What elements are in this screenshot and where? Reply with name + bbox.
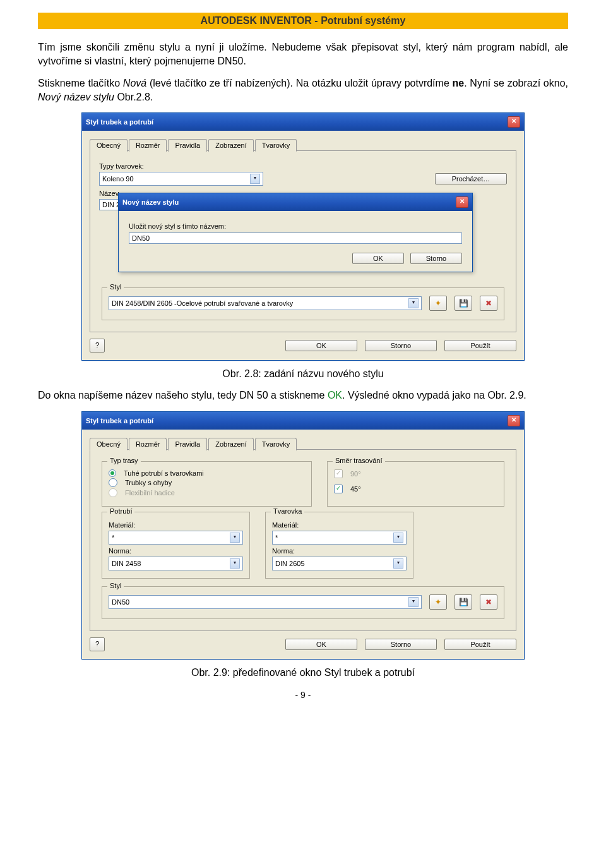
p3-text-a: Do okna napíšeme název našeho stylu, ted… bbox=[38, 390, 328, 401]
material-dropdown-1[interactable]: * ▾ bbox=[109, 531, 243, 545]
dialog-2-panel: Typ trasy Tuhé potrubí s tvarovkami Trub… bbox=[90, 449, 516, 631]
tab-pravidla[interactable]: Pravidla bbox=[168, 438, 207, 450]
checkbox-icon: ✓ bbox=[334, 485, 343, 493]
ok-button[interactable]: OK bbox=[285, 340, 357, 351]
material-label-2: Materiál: bbox=[272, 521, 407, 529]
style-value: DIN 2458/DIN 2605 -Ocelové potrubí svařo… bbox=[112, 299, 293, 307]
chevron-down-icon: ▾ bbox=[393, 533, 403, 543]
material-label-1: Materiál: bbox=[109, 521, 243, 529]
p3-text-b: . Výsledné okno vypadá jako na Obr. 2.9. bbox=[342, 390, 526, 401]
dialog-2-titlebar[interactable]: Styl trubek a potrubí ✕ bbox=[82, 412, 524, 430]
delete-style-icon[interactable]: ✖ bbox=[480, 296, 497, 311]
disk-icon: 💾 bbox=[459, 299, 468, 308]
cancel-button[interactable]: Storno bbox=[365, 639, 437, 650]
norma-dropdown-2[interactable]: DIN 2605 ▾ bbox=[272, 557, 407, 570]
radio-icon bbox=[109, 488, 117, 497]
chevron-down-icon: ▾ bbox=[230, 533, 240, 543]
checkbox-icon: ✓ bbox=[334, 469, 343, 478]
norma-label-1: Norma: bbox=[109, 547, 243, 555]
disk-icon: 💾 bbox=[459, 598, 468, 606]
style-legend-2: Styl bbox=[107, 582, 124, 589]
radio-row-1[interactable]: Tuhé potrubí s tvarovkami bbox=[109, 469, 305, 477]
norma-value-2: DIN 2605 bbox=[275, 560, 304, 567]
inner-dialog-title: Nový název stylu bbox=[122, 198, 179, 206]
radio-3-label: Flexibilní hadice bbox=[125, 489, 175, 497]
norma-value-1: DIN 2458 bbox=[112, 560, 141, 567]
types-dropdown[interactable]: Koleno 90 ▾ bbox=[99, 172, 263, 186]
check-90: ✓ 90° bbox=[334, 469, 497, 478]
smer-legend: Směr trasování bbox=[333, 457, 385, 464]
inner-name-input[interactable]: DN50 bbox=[129, 232, 462, 244]
apply-button[interactable]: Použít bbox=[444, 639, 516, 650]
sparkle-icon: ✦ bbox=[435, 598, 441, 606]
material-value-1: * bbox=[112, 534, 114, 541]
radio-icon bbox=[109, 478, 117, 487]
potrubi-legend: Potrubí bbox=[107, 507, 134, 515]
tab-rozmer[interactable]: Rozměr bbox=[129, 139, 167, 152]
radio-row-2[interactable]: Trubky s ohyby bbox=[109, 478, 305, 487]
p2-ital: Nový název stylu bbox=[38, 92, 114, 102]
style-legend: Styl bbox=[107, 283, 124, 291]
tab-zobrazeni[interactable]: Zobrazení bbox=[208, 438, 254, 450]
radio-icon bbox=[109, 469, 116, 477]
page-header-band: AUTODESK INVENTOR - Potrubní systémy bbox=[38, 13, 568, 29]
paragraph-2: Stiskneme tlačítko Nová (levé tlačítko z… bbox=[38, 76, 568, 104]
dialog-1-tabs: Obecný Rozměr Pravidla Zobrazení Tvarovk… bbox=[90, 138, 516, 151]
delete-style-icon[interactable]: ✖ bbox=[480, 594, 497, 610]
chevron-down-icon: ▾ bbox=[230, 558, 240, 569]
radio-row-3: Flexibilní hadice bbox=[109, 488, 305, 497]
material-dropdown-2[interactable]: * ▾ bbox=[272, 531, 407, 545]
tab-pravidla[interactable]: Pravidla bbox=[168, 139, 207, 152]
paragraph-1: Tím jsme skončili změnu stylu a nyní ji … bbox=[38, 40, 568, 68]
save-style-icon[interactable]: 💾 bbox=[454, 594, 472, 610]
dialog-1-titlebar[interactable]: Styl trubek a potrubí ✕ bbox=[82, 113, 524, 131]
check-45[interactable]: ✓ 45° bbox=[334, 485, 497, 493]
new-style-icon[interactable]: ✦ bbox=[429, 594, 447, 610]
radio-2-label: Trubky s ohyby bbox=[125, 479, 172, 486]
p2-ne: ne bbox=[453, 78, 465, 88]
p2-text-a: Stiskneme tlačítko bbox=[38, 78, 123, 88]
types-value: Koleno 90 bbox=[102, 175, 134, 183]
cancel-button[interactable]: Storno bbox=[365, 340, 437, 351]
material-value-2: * bbox=[275, 534, 278, 541]
norma-dropdown-1[interactable]: DIN 2458 ▾ bbox=[109, 557, 243, 570]
chevron-down-icon: ▾ bbox=[250, 174, 260, 184]
p2-nova: Nová bbox=[123, 78, 146, 88]
tab-obecny[interactable]: Obecný bbox=[90, 139, 128, 152]
sparkle-icon: ✦ bbox=[435, 299, 441, 308]
dialog-1-panel: Typy tvarovek: Koleno 90 ▾ Procházet… Ná… bbox=[90, 150, 516, 332]
close-icon[interactable]: ✕ bbox=[508, 415, 520, 426]
inner-dialog: Nový název stylu ✕ Uložit nový styl s tí… bbox=[118, 193, 473, 272]
tab-zobrazeni[interactable]: Zobrazení bbox=[208, 139, 254, 152]
delete-icon: ✖ bbox=[485, 598, 492, 606]
style-dropdown[interactable]: DIN 2458/DIN 2605 -Ocelové potrubí svařo… bbox=[109, 296, 422, 310]
help-button[interactable]: ? bbox=[90, 339, 105, 353]
tab-tvarovky[interactable]: Tvarovky bbox=[255, 438, 297, 450]
dialog-2-tabs: Obecný Rozměr Pravidla Zobrazení Tvarovk… bbox=[90, 437, 516, 450]
apply-button[interactable]: Použít bbox=[444, 340, 516, 351]
tab-tvarovky[interactable]: Tvarovky bbox=[255, 139, 297, 152]
inner-prompt: Uložit nový styl s tímto názvem: bbox=[129, 222, 462, 230]
p2-text-c: . Nyní se zobrazí okno, bbox=[464, 78, 568, 88]
ok-button[interactable]: OK bbox=[285, 639, 357, 650]
tvarovka-legend: Tvarovka bbox=[271, 507, 304, 515]
dialog-2: Styl trubek a potrubí ✕ Obecný Rozměr Pr… bbox=[81, 411, 525, 660]
help-button[interactable]: ? bbox=[90, 637, 105, 651]
tab-obecny[interactable]: Obecný bbox=[90, 438, 128, 450]
style-dropdown-2[interactable]: DN50 ▾ bbox=[109, 595, 422, 609]
close-icon[interactable]: ✕ bbox=[456, 196, 468, 208]
save-style-icon[interactable]: 💾 bbox=[454, 296, 472, 311]
inner-cancel-button[interactable]: Storno bbox=[410, 253, 462, 264]
close-icon[interactable]: ✕ bbox=[508, 116, 520, 128]
angle-90-label: 90° bbox=[350, 470, 361, 478]
new-style-icon[interactable]: ✦ bbox=[429, 296, 447, 311]
inner-ok-button[interactable]: OK bbox=[352, 253, 404, 264]
inner-dialog-titlebar[interactable]: Nový název stylu ✕ bbox=[119, 193, 472, 211]
tab-rozmer[interactable]: Rozměr bbox=[129, 438, 167, 450]
types-label: Typy tvarovek: bbox=[99, 162, 507, 170]
dialog-1: Styl trubek a potrubí ✕ Obecný Rozměr Pr… bbox=[81, 112, 525, 361]
dialog-1-title: Styl trubek a potrubí bbox=[86, 118, 153, 126]
chevron-down-icon: ▾ bbox=[393, 558, 403, 569]
p2-text-d: Obr.2.8. bbox=[114, 92, 153, 102]
browse-button[interactable]: Procházet… bbox=[435, 173, 507, 184]
